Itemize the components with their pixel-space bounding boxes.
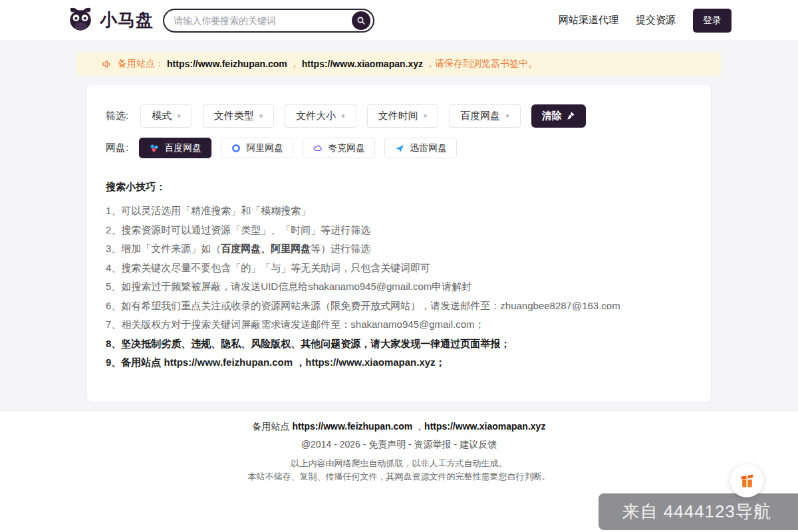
- filter-label: 筛选:: [106, 110, 128, 122]
- dropdown-file-time-label: 文件时间: [378, 110, 418, 122]
- chevron-down-icon: ▾: [341, 112, 345, 120]
- brand-name: 小马盘: [100, 9, 154, 32]
- dropdown-mode[interactable]: 模式 ▾: [140, 104, 192, 128]
- nav-channel-agent[interactable]: 网站渠道代理: [559, 14, 618, 27]
- footer-copyright: @2014 - 2026 -: [301, 439, 368, 450]
- tip-item-5: 5、如搜索过于频繁被屏蔽，请发送UID信息给shakanamo945@gmail…: [106, 277, 692, 297]
- notice-url-1[interactable]: https://www.feizhupan.com: [167, 59, 287, 69]
- footer-link-feedback[interactable]: 建议反馈: [460, 439, 497, 450]
- chevron-down-icon: ▾: [177, 112, 181, 120]
- tip-item-4: 4、搜索关键次尽量不要包含「的」「与」等无关助词，只包含关键词即可: [106, 259, 692, 278]
- disk-quark-button[interactable]: 夸克网盘: [303, 138, 375, 158]
- tip-item-3: 3、增加「文件来源」如（百度网盘、阿里网盘等）进行筛选: [106, 239, 692, 259]
- dropdown-file-size-label: 文件大小: [296, 110, 336, 122]
- watermark-text: 来自 4444123导航: [622, 500, 771, 523]
- dropdown-netdisk-source-label: 百度网盘: [460, 110, 500, 122]
- search-input[interactable]: [174, 15, 352, 26]
- disk-ali-label: 阿里网盘: [246, 142, 283, 154]
- ali-pan-icon: [231, 143, 241, 154]
- footer-url-2[interactable]: https://www.xiaomapan.xyz: [424, 421, 545, 432]
- footer-crawler-note: 以上内容由网络爬虫自动抓取，以非人工方式自动生成。: [0, 458, 798, 469]
- source-watermark: 来自 4444123导航: [598, 493, 798, 530]
- tip-3-prefix: 3、增加「文件来源」如（: [106, 243, 221, 254]
- header: 小马盘 网站渠道代理 提交资源 登录: [0, 0, 798, 41]
- login-button[interactable]: 登录: [693, 9, 732, 33]
- disk-quark-label: 夸克网盘: [328, 142, 365, 154]
- footer-links-line: @2014 - 2026 - 免责声明 - 资源举报 - 建议反馈: [0, 439, 798, 451]
- notice-suffix: 请保存到浏览器书签中。: [435, 58, 537, 70]
- disk-xunlei-button[interactable]: 迅雷网盘: [384, 138, 457, 158]
- nav-submit-resource[interactable]: 提交资源: [636, 14, 676, 27]
- footer-link-disclaimer[interactable]: 免责声明: [368, 439, 406, 450]
- dropdown-file-time[interactable]: 文件时间 ▾: [367, 104, 439, 128]
- disk-ali-button[interactable]: 阿里网盘: [221, 138, 293, 158]
- search-tips: 搜索小技巧： 1、可以灵活选用「精准搜索」和「模糊搜索」 2、搜索资源时可以通过…: [106, 181, 692, 372]
- search-icon: [356, 15, 366, 26]
- content-card: 筛选: 模式 ▾ 文件类型 ▾ 文件大小 ▾ 文件时间 ▾ 百度网盘 ▾: [86, 84, 712, 402]
- gift-floating-button[interactable]: [730, 464, 763, 497]
- dropdown-netdisk-source[interactable]: 百度网盘 ▾: [449, 104, 521, 128]
- header-nav: 网站渠道代理 提交资源 登录: [559, 9, 732, 33]
- quark-pan-icon: [313, 143, 323, 154]
- disk-baidu-button[interactable]: 百度网盘: [139, 138, 211, 158]
- disk-xunlei-label: 迅雷网盘: [410, 142, 447, 154]
- notice-sep-1: ，: [290, 58, 299, 70]
- tip-3-bold: 百度网盘、阿里网盘: [221, 243, 311, 254]
- netdisk-row: 网盘: 百度网盘 阿里网盘: [106, 138, 692, 158]
- tip-item-1: 1、可以灵活选用「精准搜索」和「模糊搜索」: [106, 201, 692, 221]
- notice-url-2[interactable]: https://www.xiaomapan.xyz: [302, 59, 423, 69]
- footer-backup-label: 备用站点: [253, 421, 293, 432]
- dropdown-file-size[interactable]: 文件大小 ▾: [285, 104, 356, 128]
- footer-url-1[interactable]: https://www.feizhupan.com: [293, 421, 413, 432]
- backup-site-notice: 备用站点： https://www.feizhupan.com ， https:…: [77, 52, 721, 76]
- clear-filters-button[interactable]: 清除: [531, 104, 586, 128]
- footer-disclaimer-note: 本站不储存、复制、传播任何文件，其网盘资源文件的完整性需要您自行判断。: [0, 471, 798, 483]
- xunlei-pan-icon: [394, 143, 405, 154]
- footer-dash: -: [406, 439, 414, 450]
- netdisk-label: 网盘:: [106, 142, 128, 154]
- chevron-down-icon: ▾: [424, 112, 428, 120]
- dropdown-file-type-label: 文件类型: [214, 110, 254, 122]
- horse-logo-icon: [66, 5, 94, 36]
- speaker-icon: [101, 59, 112, 70]
- tip-item-7: 7、相关版权方对于搜索关键词屏蔽需求请发送邮件至：shakanamo945@gm…: [106, 315, 692, 334]
- notice-sep-2: ，: [426, 58, 435, 70]
- baidu-pan-icon: [149, 143, 160, 154]
- tips-title: 搜索小技巧：: [106, 181, 692, 194]
- tip-item-2: 2、搜索资源时可以通过资源「类型」、「时间」等进行筛选: [106, 221, 692, 240]
- footer-link-report[interactable]: 资源举报: [414, 439, 452, 450]
- chevron-down-icon: ▾: [259, 112, 263, 120]
- footer: 备用站点 https://www.feizhupan.com ，https://…: [0, 410, 798, 483]
- search-button[interactable]: [352, 11, 370, 30]
- footer-sep: ，: [412, 421, 424, 432]
- search-bar: [163, 9, 374, 33]
- clear-filters-label: 清除: [542, 110, 562, 122]
- tip-item-9: 9、备用站点 https://www.feizhupan.com ，https:…: [106, 353, 692, 372]
- brush-icon: [565, 111, 575, 121]
- dropdown-mode-label: 模式: [152, 110, 172, 122]
- main-area: 备用站点： https://www.feizhupan.com ， https:…: [0, 41, 798, 410]
- footer-backup-line: 备用站点 https://www.feizhupan.com ，https://…: [0, 421, 798, 433]
- chevron-down-icon: ▾: [505, 112, 509, 120]
- filter-row: 筛选: 模式 ▾ 文件类型 ▾ 文件大小 ▾ 文件时间 ▾ 百度网盘 ▾: [106, 104, 692, 128]
- disk-baidu-label: 百度网盘: [164, 142, 201, 154]
- brand[interactable]: 小马盘: [66, 5, 154, 36]
- footer-dash: -: [452, 439, 460, 450]
- tip-item-6: 6、如有希望我们重点关注或收录的资源网站来源（限免费开放式网站），请发送邮件至：…: [106, 297, 692, 316]
- notice-prefix: 备用站点：: [118, 58, 164, 70]
- dropdown-file-type[interactable]: 文件类型 ▾: [203, 104, 275, 128]
- gift-icon: [738, 472, 756, 490]
- tip-item-8: 8、坚决抵制劣质、违规、隐私、风险版权、其他问题资源，请大家发现一律通过页面举报…: [106, 334, 692, 354]
- tip-3-suffix: 等）进行筛选: [311, 243, 370, 254]
